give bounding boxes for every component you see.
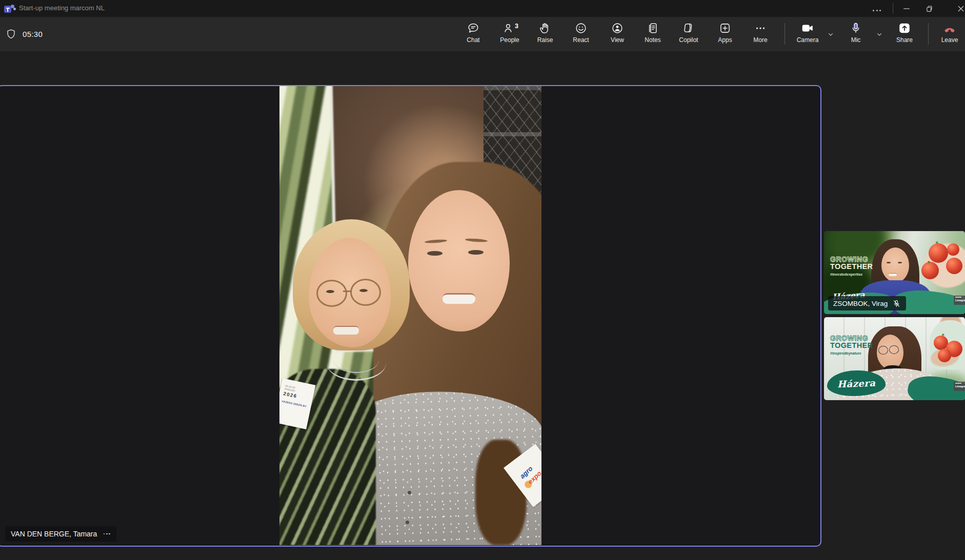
glasses-bridge <box>343 291 351 292</box>
react-button[interactable]: React <box>564 22 598 49</box>
mic-off-icon <box>892 299 901 308</box>
toolbar-divider <box>785 23 785 45</box>
tomato <box>929 243 948 263</box>
more-icon <box>872 4 882 13</box>
person-left-smile <box>333 326 359 335</box>
meeting-safety-button[interactable] <box>5 28 17 43</box>
apps-icon <box>718 22 732 35</box>
speaker-more-button[interactable] <box>103 533 111 535</box>
tomato <box>946 258 962 274</box>
react-label: React <box>573 36 589 44</box>
copilot-icon <box>682 22 695 35</box>
chat-button[interactable]: Chat <box>456 22 490 49</box>
limagrain-badge: Limagrain <box>954 382 965 391</box>
copilot-label: Copilot <box>679 36 698 44</box>
glasses-icon <box>316 280 347 307</box>
mic-button[interactable]: Mic <box>841 22 870 49</box>
glasses-icon <box>889 345 899 354</box>
minimize-button[interactable] <box>895 0 918 17</box>
camera-icon <box>801 22 814 35</box>
notes-icon <box>646 22 659 35</box>
chevron-down-icon <box>827 31 834 38</box>
participant-eye <box>898 262 902 263</box>
limagrain-mark <box>955 297 961 298</box>
tomato <box>938 349 951 362</box>
cardigan-button <box>408 491 411 494</box>
react-icon <box>574 22 588 35</box>
raise-hand-button[interactable]: Raise <box>528 22 562 49</box>
limagrain-text: Limagrain <box>955 385 965 388</box>
hashtag-text: #investedexpertise <box>830 273 873 276</box>
camera-options-chevron[interactable] <box>823 28 838 40</box>
people-count-badge: 3 <box>515 23 518 30</box>
hashtag-text: #inspiredbynature <box>830 351 873 355</box>
titlebar: Start-up meeting marcom NL <box>0 0 965 17</box>
window-title: Start-up meeting marcom NL <box>19 4 105 12</box>
hang-up-icon <box>943 22 956 35</box>
meeting-toolbar: 05:30 Chat 3 People Raise React View Not… <box>0 17 965 51</box>
glasses-icon <box>350 279 381 306</box>
leave-button[interactable]: Leave <box>935 22 964 49</box>
together-text: TOGETHER <box>830 263 873 271</box>
camera-label: Camera <box>797 36 819 44</box>
apps-label: Apps <box>718 36 732 44</box>
main-video: agro expo 28-29-30 JANUARI 2026 HAZERA S… <box>279 86 541 545</box>
tomato-stem: ✶ <box>941 333 945 338</box>
participant-smile <box>889 273 897 276</box>
share-button[interactable]: Share <box>890 22 919 49</box>
people-label: People <box>500 36 519 44</box>
raise-label: Raise <box>537 36 553 44</box>
view-label: View <box>611 36 624 44</box>
more-button[interactable]: More <box>743 22 777 49</box>
chat-label: Chat <box>467 36 479 44</box>
toolbar-divider <box>928 23 929 45</box>
speaker-name: VAN DEN BERGE, Tamara <box>11 530 97 538</box>
growing-together-branding: GROWING TOGETHER #investedexpertise <box>830 256 873 276</box>
view-button[interactable]: View <box>600 22 634 49</box>
tomato-stem: ✶ <box>927 260 931 265</box>
hazera-logo-blob: Házera <box>827 370 886 396</box>
person-left-eye <box>326 290 334 293</box>
growing-text: GROWING <box>830 335 873 342</box>
participant-tile-zsombok[interactable]: ✶ ✶ GROWING TOGETHER #investedexpertise … <box>824 231 965 314</box>
participant-name: ZSOMBOK, Virag <box>833 300 888 307</box>
person-left-eye <box>359 289 368 292</box>
apps-button[interactable]: Apps <box>708 22 742 49</box>
teams-logo-icon <box>4 3 15 14</box>
person-right-eye <box>427 251 443 256</box>
tomato <box>947 243 959 256</box>
mic-options-chevron[interactable] <box>872 28 887 40</box>
limagrain-text: Limagrain <box>955 299 965 302</box>
glasses-icon <box>878 346 888 355</box>
mic-label: Mic <box>851 36 861 44</box>
more-icon <box>754 22 767 35</box>
necklace <box>334 347 379 373</box>
notes-label: Notes <box>645 36 660 44</box>
more-label: More <box>753 36 767 44</box>
chat-icon <box>467 22 480 35</box>
cardigan-button <box>406 521 409 524</box>
main-video-stage[interactable]: agro expo 28-29-30 JANUARI 2026 HAZERA S… <box>0 85 821 547</box>
growing-text: GROWING <box>830 256 873 263</box>
minimize-icon <box>901 4 912 14</box>
participant-tile-2[interactable]: ✶ GROWING TOGETHER #inspiredbynature Ház… <box>824 317 965 400</box>
teams-meeting-window: Start-up meeting marcom NL 05:30 Cha <box>0 0 965 560</box>
share-icon <box>898 22 911 35</box>
person-right-face <box>408 190 510 331</box>
leave-label: Leave <box>941 36 958 44</box>
titlebar-more-button[interactable] <box>866 0 888 17</box>
chevron-down-icon <box>876 31 883 38</box>
copilot-button[interactable]: Copilot <box>672 22 706 49</box>
speaker-name-pill: VAN DEN BERGE, Tamara <box>5 526 116 542</box>
mic-icon <box>849 22 862 35</box>
close-button[interactable] <box>950 0 965 17</box>
view-icon <box>611 22 624 35</box>
close-icon <box>956 4 965 14</box>
raise-hand-icon <box>538 22 552 35</box>
camera-button[interactable]: Camera <box>793 22 822 49</box>
people-button[interactable]: 3 People <box>493 22 527 49</box>
maximize-button[interactable] <box>918 0 940 17</box>
hazera-logo: Házera <box>837 377 875 389</box>
limagrain-badge: Limagrain <box>954 296 965 305</box>
notes-button[interactable]: Notes <box>636 22 670 49</box>
